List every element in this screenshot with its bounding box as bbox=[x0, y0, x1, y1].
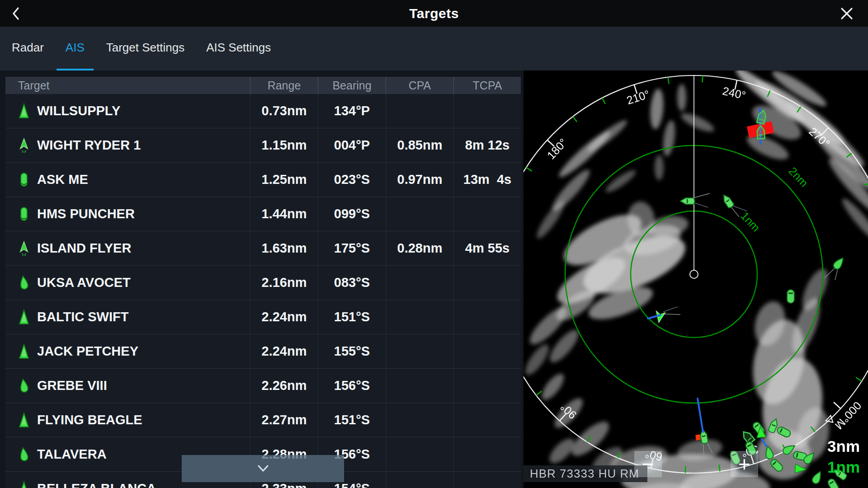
target-trail-line bbox=[664, 314, 680, 314]
target-name: ISLAND FLYER bbox=[37, 241, 131, 256]
chevron-left-icon bbox=[10, 6, 21, 21]
target-row[interactable]: ASK ME1.25nm023°S0.97nm13m 4s bbox=[5, 163, 521, 197]
target-cpa-cell bbox=[386, 369, 453, 403]
page-title: Targets bbox=[0, 0, 868, 27]
ais-triangle-wake-icon bbox=[18, 240, 30, 257]
target-cpa-cell bbox=[386, 334, 453, 368]
bearing-label: 000°M bbox=[826, 394, 864, 434]
range-ring-label: 1nm bbox=[738, 209, 763, 234]
bearing-label: 180° bbox=[544, 136, 570, 162]
close-button[interactable] bbox=[831, 0, 863, 27]
target-tcpa-cell: 8m 12s bbox=[453, 128, 521, 162]
radar-target-teardrop[interactable] bbox=[832, 256, 845, 271]
target-cpa-cell: 0.28nm bbox=[386, 231, 453, 265]
close-icon bbox=[840, 7, 854, 20]
ais-triangle-icon bbox=[18, 481, 30, 488]
targets-window: Targets RadarAISTarget SettingsAIS Setti… bbox=[0, 0, 868, 488]
target-tcpa-cell bbox=[453, 94, 521, 128]
ais-triangle-icon bbox=[18, 343, 30, 360]
table-header: TargetRangeBearingCPATCPA bbox=[5, 77, 521, 94]
target-tcpa-cell: 13m 4s bbox=[453, 163, 521, 197]
target-tcpa-cell bbox=[453, 334, 521, 368]
radar-target-capsule[interactable] bbox=[827, 478, 840, 488]
target-cpa-cell bbox=[386, 403, 453, 437]
range-in-button[interactable]: + bbox=[731, 451, 758, 477]
target-cpa-cell bbox=[386, 266, 453, 300]
target-bearing-cell: 083°S bbox=[318, 266, 386, 300]
radar-target-capsule[interactable] bbox=[787, 290, 794, 303]
ais-teardrop-icon bbox=[18, 446, 30, 463]
radar-target-boat[interactable] bbox=[721, 193, 734, 209]
chevron-down-icon bbox=[255, 464, 271, 474]
target-range-cell: 2.27nm bbox=[250, 403, 318, 437]
column-header-target: Target bbox=[5, 77, 250, 94]
target-cpa-cell bbox=[386, 197, 453, 231]
radar-ppi-display[interactable]: 1nm2nm180°210°240°270°90°60°30°000°M HBR… bbox=[524, 70, 868, 488]
bearing-label: 240° bbox=[722, 84, 747, 102]
target-bearing-cell: 099°S bbox=[318, 197, 386, 231]
target-row[interactable]: FLYING BEAGLE2.27nm151°S bbox=[5, 403, 521, 437]
target-bearing-cell: 023°S bbox=[318, 163, 386, 197]
target-cog-vector bbox=[698, 399, 703, 432]
tab-target-settings[interactable]: Target Settings bbox=[97, 27, 193, 70]
radar-plot: 1nm2nm180°210°240°270°90°60°30°000°M bbox=[524, 70, 868, 488]
target-range-cell: 0.73nm bbox=[250, 94, 318, 128]
target-name-cell: FLYING BEAGLE bbox=[5, 403, 250, 437]
target-name: HMS PUNCHER bbox=[37, 206, 135, 221]
target-bearing-cell: 004°P bbox=[318, 128, 386, 162]
ais-triangle-icon bbox=[18, 103, 30, 119]
radar-range-value: 3nm bbox=[819, 437, 860, 455]
target-row[interactable]: BALTIC SWIFT2.24nm151°S bbox=[5, 300, 521, 334]
target-bearing-cell: 151°S bbox=[318, 300, 386, 334]
svg-text:180°: 180° bbox=[544, 136, 570, 162]
target-row[interactable]: UKSA AVOCET2.16nm083°S bbox=[5, 266, 521, 300]
target-range-cell: 2.16nm bbox=[250, 266, 318, 300]
target-range-cell: 1.44nm bbox=[250, 197, 318, 231]
target-row[interactable]: ISLAND FLYER1.63nm175°S0.28nm4m 55s bbox=[5, 231, 521, 266]
target-row[interactable]: JACK PETCHEY2.24nm155°S bbox=[5, 334, 521, 369]
target-name: UKSA AVOCET bbox=[37, 275, 131, 290]
range-ring-label: 2nm bbox=[786, 164, 811, 189]
radar-target-echo-red-sm[interactable] bbox=[695, 434, 701, 440]
target-name: ASK ME bbox=[37, 172, 88, 187]
target-name: JACK PETCHEY bbox=[37, 344, 138, 359]
target-row[interactable]: WIGHT RYDER 11.15nm004°P0.85nm8m 12s bbox=[5, 128, 521, 163]
target-cpa-cell bbox=[386, 472, 453, 488]
tab-ais-settings[interactable]: AIS Settings bbox=[197, 27, 280, 70]
target-range-cell: 1.15nm bbox=[250, 128, 318, 162]
target-name-cell: BALTIC SWIFT bbox=[5, 300, 250, 334]
target-cpa-cell bbox=[386, 94, 453, 128]
target-row[interactable]: HMS PUNCHER1.44nm099°S bbox=[5, 197, 521, 231]
target-cpa-cell: 0.97nm bbox=[386, 163, 453, 197]
target-bearing-cell: 156°S bbox=[318, 369, 386, 403]
scroll-more-button[interactable] bbox=[182, 455, 344, 482]
target-cpa-cell bbox=[386, 300, 453, 334]
target-row[interactable]: GREBE VIII2.26nm156°S bbox=[5, 369, 521, 403]
target-name-cell: ISLAND FLYER bbox=[5, 231, 250, 265]
ais-teardrop-icon bbox=[18, 378, 30, 394]
tab-bar: RadarAISTarget SettingsAIS Settings bbox=[0, 27, 868, 70]
target-tcpa-cell bbox=[453, 300, 521, 334]
target-name-cell: ASK ME bbox=[5, 163, 250, 197]
column-header-range: Range bbox=[250, 77, 318, 94]
tab-radar[interactable]: Radar bbox=[3, 27, 53, 70]
target-trail-line bbox=[663, 307, 678, 312]
ais-capsule-icon bbox=[18, 172, 30, 188]
svg-text:240°: 240° bbox=[722, 84, 747, 102]
target-range-cell: 2.24nm bbox=[250, 334, 318, 368]
range-out-button[interactable]: − bbox=[634, 451, 662, 477]
target-tcpa-cell bbox=[453, 369, 521, 403]
target-name: WIGHT RYDER 1 bbox=[37, 138, 141, 153]
target-range-cell: 1.25nm bbox=[250, 163, 318, 197]
radar-target-boat[interactable] bbox=[680, 198, 695, 204]
tab-ais[interactable]: AIS bbox=[57, 27, 94, 70]
column-header-tcpa: TCPA bbox=[453, 77, 521, 94]
target-row[interactable]: WILLSUPPLY0.73nm134°P bbox=[5, 94, 521, 128]
target-name: FLYING BEAGLE bbox=[37, 413, 142, 427]
target-trail-line bbox=[732, 206, 747, 211]
ais-triangle-icon bbox=[18, 412, 30, 428]
back-button[interactable] bbox=[0, 0, 32, 27]
target-bearing-cell: 155°S bbox=[318, 334, 386, 368]
radar-ring-interval-value: 1nm bbox=[819, 458, 860, 476]
top-bar: Targets bbox=[0, 0, 868, 27]
